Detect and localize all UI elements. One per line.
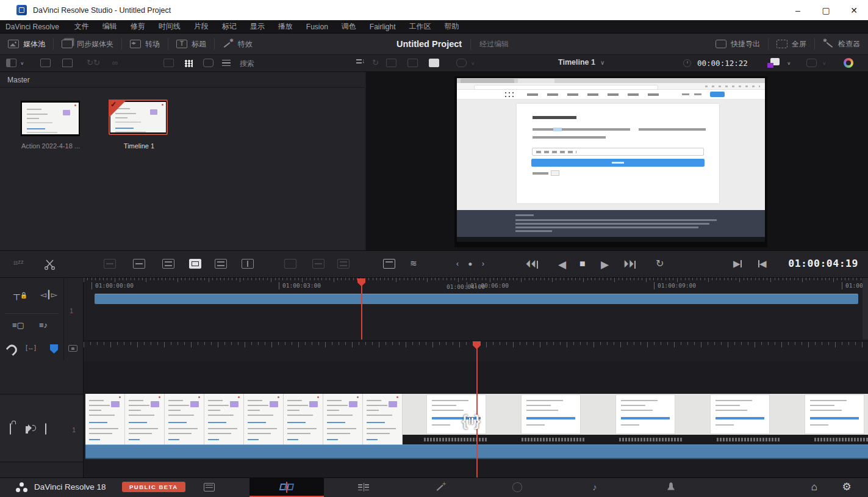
bin-sidebar-chevron-icon[interactable]: ∨ xyxy=(20,61,24,66)
insert-audio-tool-icon[interactable]: ≡♪ xyxy=(39,321,48,330)
strip-view-icon[interactable] xyxy=(203,59,213,67)
page-media[interactable] xyxy=(192,478,226,496)
refresh-bin-icon[interactable]: ↻↻ xyxy=(87,58,100,67)
razor-tool-icon[interactable] xyxy=(44,259,56,270)
smart-insert-icon[interactable] xyxy=(104,259,116,269)
timeline-mode-icon[interactable] xyxy=(429,59,439,67)
replace-disabled-icon[interactable] xyxy=(337,259,350,269)
play-reverse-button[interactable]: ◀ xyxy=(558,258,566,271)
bottom-page-bar: DaVinci Resolve 18 PUBLIC BETA ♪ ⌂ ⚙ xyxy=(0,477,868,497)
menu-fairlight[interactable]: Fairlight xyxy=(363,23,403,31)
menu-davinci-resolve[interactable]: DaVinci Resolve xyxy=(0,23,68,31)
menu-mark[interactable]: 标记 xyxy=(215,21,243,32)
position-lock-shield-icon[interactable] xyxy=(50,344,58,354)
stabilize-chevron-icon[interactable]: ∨ xyxy=(822,61,827,66)
track-lock-icon[interactable] xyxy=(10,424,11,434)
timeline-selector[interactable]: Timeline 1∨ xyxy=(558,58,604,67)
timeline-overview-clip[interactable] xyxy=(95,294,858,304)
next-edit-button[interactable]: ▶ xyxy=(733,258,742,269)
menu-edit[interactable]: 编辑 xyxy=(96,21,124,32)
menu-file[interactable]: 文件 xyxy=(68,21,96,32)
place-on-top-icon[interactable] xyxy=(215,259,227,269)
transitions-button[interactable]: 转场 xyxy=(122,34,168,54)
menu-help[interactable]: 帮助 xyxy=(438,21,466,32)
relink-icon[interactable]: ∞ xyxy=(112,58,118,67)
page-fusion[interactable] xyxy=(424,478,458,496)
bin-sidebar-toggle-icon[interactable] xyxy=(6,59,16,67)
insert-clip-tool-icon[interactable]: ≡▢ xyxy=(12,321,24,330)
menu-playback[interactable]: 播放 xyxy=(271,21,299,32)
menu-clip[interactable]: 片段 xyxy=(187,21,215,32)
snapping-magnet-icon[interactable] xyxy=(7,345,15,354)
preview-play-icon[interactable] xyxy=(383,259,395,269)
list-view-icon[interactable] xyxy=(222,60,231,67)
go-to-end-button[interactable]: ⏵⏵ xyxy=(623,258,636,270)
quick-export-button[interactable]: 快捷导出 xyxy=(708,34,768,54)
new-bin-icon[interactable] xyxy=(62,59,73,67)
sort-icon[interactable] xyxy=(356,59,362,67)
page-cut[interactable] xyxy=(249,478,324,496)
source-clip-mode-icon[interactable] xyxy=(386,59,396,67)
close-up-icon[interactable] xyxy=(189,259,201,269)
source-tape-mode-icon[interactable] xyxy=(407,59,418,67)
loop-button[interactable]: ↻ xyxy=(656,258,664,269)
stabilize-tool-icon[interactable] xyxy=(806,59,817,67)
settings-button[interactable]: ⚙ xyxy=(830,478,864,496)
track-enable-icon[interactable] xyxy=(45,424,46,434)
play-forward-button[interactable]: ▶ xyxy=(601,258,609,271)
ripple-overwrite-icon[interactable] xyxy=(162,259,174,269)
close-button[interactable]: ✕ xyxy=(840,0,868,20)
track-lock-tool-icon[interactable]: ┬🔒 xyxy=(13,289,27,299)
media-clip-action[interactable] xyxy=(21,101,80,136)
overview-playhead[interactable] xyxy=(361,278,362,339)
page-fairlight[interactable]: ♪ xyxy=(578,478,612,496)
menu-color[interactable]: 调色 xyxy=(335,21,363,32)
import-media-icon[interactable] xyxy=(40,59,51,67)
page-deliver[interactable] xyxy=(654,478,688,496)
insert-disabled-icon[interactable] xyxy=(284,259,296,269)
media-clip-timeline1[interactable] xyxy=(109,100,168,135)
color-adjust-icon[interactable] xyxy=(844,58,853,68)
overwrite-disabled-icon[interactable] xyxy=(312,259,325,269)
audio-mixer-icon[interactable]: ≋ xyxy=(410,258,417,268)
reset-sort-icon[interactable]: ↻ xyxy=(372,58,379,67)
thumbnail-view-icon[interactable] xyxy=(185,60,193,67)
fullscreen-button[interactable]: 全屏 xyxy=(769,34,814,54)
media-pool-button[interactable]: 媒体池 xyxy=(0,34,53,54)
filmstrip-view-icon[interactable] xyxy=(163,59,174,67)
linked-selection-icon[interactable]: [↔] xyxy=(26,344,36,351)
menu-fusion[interactable]: Fusion xyxy=(299,23,335,31)
minimize-button[interactable]: – xyxy=(784,0,812,20)
stop-button[interactable]: ■ xyxy=(579,258,586,269)
source-overwrite-icon[interactable] xyxy=(242,259,254,269)
home-button[interactable]: ⌂ xyxy=(797,478,831,496)
edit-point-trim-indicator[interactable]: {} xyxy=(462,412,480,430)
maximize-button[interactable]: ▢ xyxy=(812,0,840,20)
inspector-button[interactable]: 检查器 xyxy=(815,34,868,54)
go-to-start-button[interactable]: ⏴⏴ xyxy=(526,258,538,270)
page-color[interactable] xyxy=(500,478,534,496)
tools-camera-icon[interactable] xyxy=(767,58,780,68)
page-edit[interactable] xyxy=(346,478,381,496)
timeline-timecode[interactable]: 01:00:04:19 xyxy=(788,258,858,269)
video-clip-1-filmstrip[interactable] xyxy=(85,394,403,444)
menu-timeline[interactable]: 时间线 xyxy=(152,21,187,32)
titles-button[interactable]: 标题 xyxy=(168,34,214,54)
tools-chevron-icon[interactable]: ∨ xyxy=(787,61,791,66)
menu-view[interactable]: 显示 xyxy=(243,21,271,32)
safe-area-icon[interactable] xyxy=(456,59,467,67)
append-clip-icon[interactable] xyxy=(133,259,145,269)
effects-button[interactable]: 特效 xyxy=(215,34,260,54)
previous-edit-button[interactable]: ◀ xyxy=(758,258,767,269)
sync-bin-button[interactable]: 同步媒体夹 xyxy=(54,34,121,54)
menu-workspace[interactable]: 工作区 xyxy=(403,21,438,32)
safe-area-chevron-icon[interactable]: ∨ xyxy=(471,61,475,66)
bin-breadcrumb[interactable]: Master xyxy=(0,72,365,88)
timeline-playhead[interactable] xyxy=(476,341,478,477)
marker-flag-icon[interactable] xyxy=(68,345,77,352)
search-input[interactable] xyxy=(240,57,350,70)
tools-menu-icon[interactable]: ⌗ᶻᶻ xyxy=(13,258,24,268)
menu-trim[interactable]: 修剪 xyxy=(124,21,152,32)
trim-editor-tool-icon[interactable]: ◅┃▻ xyxy=(40,290,57,299)
jog-control[interactable]: ‹ ● › xyxy=(456,259,488,268)
